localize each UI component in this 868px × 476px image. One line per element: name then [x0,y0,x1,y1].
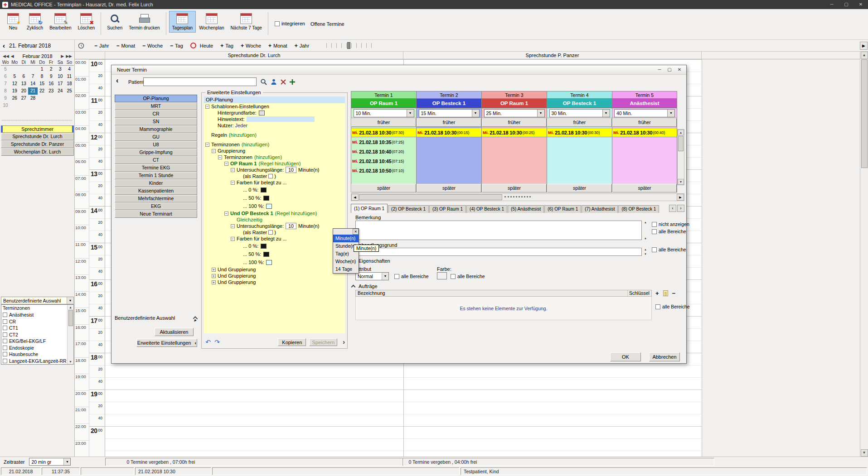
calendar-day[interactable]: 9 [1,95,10,102]
checkbox[interactable] [451,274,456,279]
calendar-day[interactable]: 2 [47,66,56,73]
dropdown-arrow-icon[interactable]: ▼ [537,110,544,117]
calendar-day[interactable] [10,102,19,109]
calendar-day[interactable] [19,66,28,73]
tree-collapse-icon[interactable]: − [205,105,209,109]
minimize-button[interactable]: ─ [655,65,664,74]
spaeter-button[interactable]: später [482,184,547,192]
slider-handle[interactable] [347,42,350,49]
patient-person-icon[interactable] [270,78,277,86]
duration-dropdown[interactable]: 10 Min.▼ [354,109,414,117]
time-slot-option[interactable]: Mi.21.02.18 10:50(07:10) [351,166,416,175]
dropdown-arrow-icon[interactable]: ▼ [667,110,674,117]
farbe-swatch[interactable] [437,272,447,279]
terminzone-item[interactable]: EKG/Bel-EKG/LF [1,338,67,345]
termin-horizontal-scrollbar[interactable]: ◀ ▶ [351,193,684,201]
terminart-item[interactable]: CR [115,110,197,118]
cyclic-appointment-button[interactable]: ↻ Zyklisch [24,11,46,33]
calendar-day[interactable]: 13 [19,80,28,87]
calendar-day[interactable]: 8 [1,87,10,95]
dropdown-arrow-icon[interactable]: ▼ [67,297,73,304]
redo-icon[interactable]: ↷ [213,338,221,346]
calendar-day[interactable] [38,95,47,102]
unit-option[interactable]: Woche(n) [333,258,359,265]
tree-collapse-icon[interactable]: − [231,237,235,241]
spaeter-button[interactable]: später [612,184,677,192]
calendar-day[interactable]: 22 [38,87,47,95]
next-year-button[interactable]: ▶▶ [65,54,73,58]
terminzone-item[interactable]: Anästhesist [1,312,67,318]
ok-button[interactable]: OK [610,352,641,361]
time-slot-option[interactable]: Mi.21.02.18 10:40(07:20) [351,147,416,156]
calendar-day[interactable] [19,102,28,109]
frueher-button[interactable]: früher [547,118,612,127]
alle-bereiche-checkbox[interactable]: alle Bereiche [655,304,690,309]
termin-tab[interactable]: (6) OP Raum 1 [544,205,581,213]
calendar-day[interactable]: 10 [1,102,10,109]
calendar-day[interactable]: 12 [10,80,19,87]
bemerkung-spinner[interactable]: ▲▼ [643,221,648,240]
time-slot-option[interactable]: Mi.21.02.18 10:30(00:40) [612,128,677,137]
checkbox[interactable] [275,21,280,26]
calendar-day[interactable]: 18 [65,80,74,87]
checkbox[interactable] [655,304,660,309]
advanced-settings-button[interactable]: Erweiterte Einstellungen ‹ [136,339,197,347]
add-rule-link[interactable]: (hinzufügen) [229,132,257,138]
spaeter-button[interactable]: später [417,184,481,192]
custom-selection-header[interactable]: Benutzerdefinierte Auswahl ▼ [1,297,74,304]
column-header-panzer[interactable]: Sprechstunde P. Panzer [403,52,702,59]
back-button[interactable]: ‹ [116,77,118,85]
remove-icon[interactable]: − [672,290,676,296]
maximize-button[interactable]: ▢ [839,0,853,9]
tree-collapse-icon[interactable]: − [205,143,209,147]
unit-option[interactable]: 14 Tage [333,265,359,273]
calendar-day[interactable] [65,102,74,109]
calendar-day[interactable] [47,95,56,102]
add-zone-link[interactable]: (hinzufügen) [242,142,269,147]
calendar-day[interactable]: 16 [47,80,56,87]
refresh-button[interactable]: Aktualisieren [155,328,194,336]
integrate-checkbox[interactable]: integrieren [275,21,305,26]
alle-bereiche-checkbox[interactable]: alle Bereiche [652,229,686,234]
checkbox[interactable] [394,274,399,279]
calendar-day[interactable]: 1 [38,66,47,73]
calendar-day[interactable]: 8 [38,73,47,80]
calendar-day[interactable] [28,66,37,73]
add-icon[interactable]: + [655,290,659,296]
tree-expand-icon[interactable]: + [212,268,216,272]
checkbox[interactable] [3,346,7,350]
terminzone-item[interactable]: CT2 [1,332,67,338]
next-7-days-button[interactable]: Nächste 7 Tage [228,11,265,33]
tab-prev-button[interactable]: ‹ [669,205,676,212]
note-icon[interactable] [663,290,668,296]
termin-tab[interactable]: (3) OP Raum 1 [429,205,466,213]
room-item[interactable]: Sprechstunde Dr. Lurch [1,133,74,140]
checkbox[interactable] [652,229,657,234]
zeitraster-dropdown[interactable]: 20 min gr ▼ [29,458,71,466]
checkbox[interactable] [3,313,7,317]
date-nav-item[interactable]: −Jahr [91,41,112,50]
terminart-item[interactable]: Grippe-Impfung [115,149,197,156]
duration-input[interactable]: 10 [286,167,296,173]
terminart-item[interactable]: Kinder [115,179,197,187]
scroll-right-icon[interactable]: ▶ [677,194,684,201]
add-patient-icon[interactable] [289,78,296,86]
calendar-day[interactable] [28,102,37,109]
calendar-day[interactable] [56,95,65,102]
dialog-titlebar[interactable]: Neuer Termin ─ ▢ ✕ [112,65,686,75]
termin-tab[interactable]: (7) Anästhesist [582,205,618,213]
clock-icon[interactable] [78,43,84,49]
tree-collapse-icon[interactable]: − [212,149,216,153]
terminzone-item[interactable]: Endoskopie [1,345,67,351]
calendar-day[interactable]: 23 [47,87,56,95]
calendar-day[interactable]: 7 [1,80,10,87]
checkbox[interactable] [3,326,7,330]
duration-dropdown[interactable]: 30 Min.▼ [549,109,610,117]
behandlungsgrund-spinner[interactable]: ▲▼ [643,248,648,255]
terminart-item[interactable]: EKG [115,202,197,210]
dropdown-arrow-icon[interactable]: ▼ [602,110,610,117]
hinweistext-field[interactable] [247,116,315,122]
prev-month-button[interactable]: ◀ [10,54,15,58]
calendar-day[interactable] [10,66,19,73]
calendar-day[interactable]: 11 [65,73,74,80]
